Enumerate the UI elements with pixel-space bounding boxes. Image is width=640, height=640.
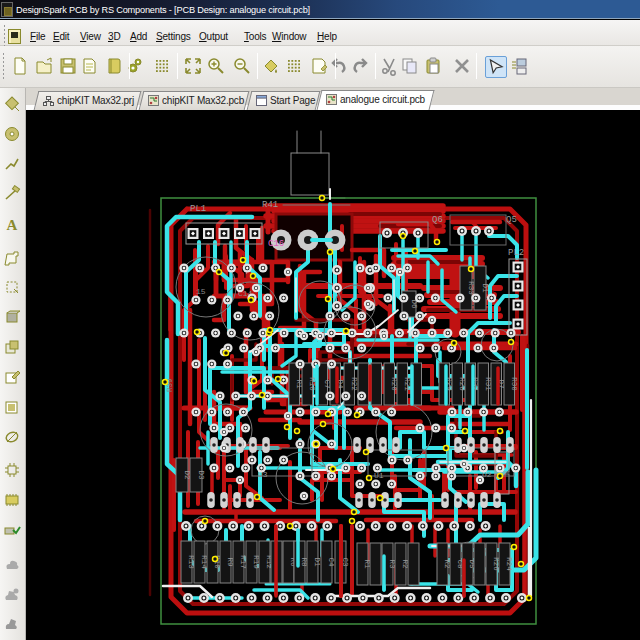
svg-text:C4: C4: [327, 557, 335, 567]
svg-text:D3: D3: [197, 470, 205, 480]
svg-text:R22: R22: [350, 377, 358, 391]
svg-text:15: 15: [196, 287, 206, 296]
svg-text:R16: R16: [308, 377, 316, 391]
svg-text:R21: R21: [403, 377, 411, 391]
svg-text:D1: D1: [313, 557, 321, 567]
svg-text:Q6: Q6: [432, 215, 443, 225]
svg-text:C16: C16: [268, 239, 284, 249]
svg-text:R33: R33: [467, 281, 475, 295]
svg-text:Q5: Q5: [506, 215, 517, 225]
svg-text:PL2: PL2: [508, 248, 524, 258]
svg-text:PL1: PL1: [190, 204, 206, 214]
svg-text:R41: R41: [262, 200, 278, 210]
svg-text:D1: D1: [481, 283, 489, 293]
svg-text:R30: R30: [510, 377, 518, 391]
svg-text:R24: R24: [505, 557, 513, 571]
svg-text:A: A: [7, 217, 18, 233]
svg-text:D2: D2: [183, 470, 191, 479]
